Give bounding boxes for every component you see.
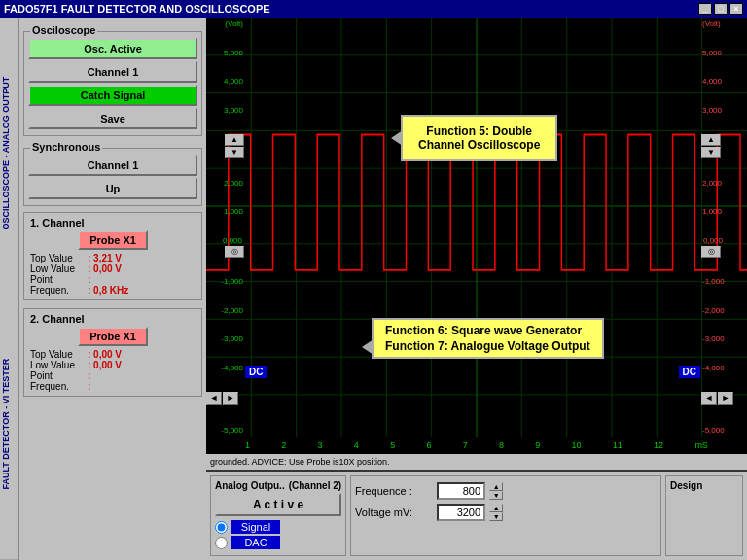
dc-label-right: DC: [679, 366, 700, 378]
freq-spinner[interactable]: ▲ ▼: [489, 482, 503, 500]
voltage-spinner[interactable]: ▲ ▼: [489, 504, 503, 521]
close-button[interactable]: ×: [729, 3, 743, 15]
title-bar: FADO57F1 FAULT DETECTOR AND OSCILLOSCOPE…: [0, 0, 747, 18]
synchronous-group: Synchronous Channel 1 Up: [23, 148, 202, 206]
x-3: 3: [318, 440, 323, 450]
channel2-freq-label: Frequen.: [30, 381, 84, 392]
x-unit: mS: [694, 440, 708, 450]
callout-voltage-text: Function 7: Analogue Voltage Output: [385, 339, 590, 353]
save-button[interactable]: Save: [28, 108, 197, 129]
x-7: 7: [463, 440, 468, 450]
channel1-point-row: Point :: [30, 274, 196, 285]
callout-oscilloscope-line1: Function 5: Double: [418, 124, 540, 138]
x-axis: 1 2 3 4 5 6 7 8 9 10 11 12 mS: [206, 437, 747, 454]
minimize-button[interactable]: _: [698, 3, 712, 15]
synchronous-group-title: Synchronous: [30, 141, 102, 153]
channel2-subtitle: (Channel 2): [289, 480, 341, 491]
freq-row: Frequence : ▲ ▼: [355, 482, 657, 500]
dac-radio[interactable]: [215, 537, 228, 549]
oscilloscope-group-title: Osciloscope: [30, 24, 97, 36]
channel1-low-label: Low Value: [30, 263, 84, 274]
info-bar: grounded. ADVICE: Use Probe is10X positi…: [206, 454, 747, 470]
maximize-button[interactable]: □: [714, 3, 728, 15]
channel2-top-row: Top Value : 0,00 V: [30, 349, 196, 360]
voltage-down-button[interactable]: ▼: [489, 512, 503, 521]
x-2: 2: [281, 440, 286, 450]
channel2-low-label: Low Value: [30, 360, 84, 370]
x-10: 10: [572, 440, 582, 450]
channel2-low-row: Low Value : 0,00 V: [30, 360, 196, 370]
channel1-freq-row: Frequen. : 0,8 KHz: [30, 285, 196, 296]
channel2-freq-value: :: [88, 381, 90, 392]
channel1-low-row: Low Value : 0,00 V: [30, 263, 196, 274]
callout-oscilloscope: Function 5: Double Channel Oscilloscope: [401, 115, 557, 161]
osc-canvas: (Volt) 5,000 4,000 3,000 ▲ ▼ 2,000 1,000…: [206, 18, 747, 437]
x-5: 5: [390, 440, 395, 450]
channel1-button[interactable]: Channel 1: [28, 61, 197, 83]
design-section: Design: [665, 475, 743, 556]
analog-output-title: Analog Outpu..: [215, 480, 285, 491]
x-axis-labels: 1 2 3 4 5 6 7 8 9 10 11 12 mS: [245, 440, 708, 450]
vertical-label-bottom: FAULT DETECTOR - VI TESTER: [0, 289, 18, 561]
waveform-svg: [206, 18, 747, 437]
channel1-freq-label: Frequen.: [30, 285, 84, 296]
channel2-title: 2. Channel: [30, 313, 196, 325]
dac-label: DAC: [231, 536, 280, 549]
catch-signal-button[interactable]: Catch Signal: [28, 85, 197, 106]
channel1-probe-button[interactable]: Probe X1: [78, 230, 148, 250]
channel2-top-label: Top Value: [30, 349, 84, 360]
dac-radio-row[interactable]: DAC: [215, 536, 341, 549]
voltage-label: Voltage mV:: [355, 507, 433, 518]
oscilloscope-display: (Volt) 5,000 4,000 3,000 ▲ ▼ 2,000 1,000…: [206, 18, 747, 560]
active-button[interactable]: A c t i v e: [215, 493, 341, 516]
channel2-top-value: : 0,00 V: [88, 349, 122, 360]
freq-label: Frequence :: [355, 485, 433, 497]
x-4: 4: [354, 440, 359, 450]
voltage-up-button[interactable]: ▲: [489, 504, 503, 512]
channel1-low-value: : 0,00 V: [88, 263, 122, 274]
freq-input[interactable]: [437, 482, 485, 500]
channel2-point-row: Point :: [30, 370, 196, 381]
voltage-row: Voltage mV: ▲ ▼: [355, 504, 657, 521]
channel1-top-value: : 3,21 V: [88, 253, 122, 263]
oscilloscope-group: Osciloscope Osc. Active Channel 1 Catch …: [23, 31, 202, 136]
window-controls[interactable]: _ □ ×: [698, 3, 743, 15]
sync-channel1-button[interactable]: Channel 1: [28, 155, 197, 176]
signal-label: Signal: [231, 520, 280, 534]
dc-label-left: DC: [245, 366, 267, 378]
channel1-freq-value: : 0,8 KHz: [88, 285, 128, 296]
info-bar-text: grounded. ADVICE: Use Probe is10X positi…: [210, 457, 390, 467]
x-11: 11: [613, 440, 622, 450]
design-title: Design: [670, 480, 738, 491]
callout-arrow: [391, 130, 403, 146]
channel1-point-value: :: [88, 274, 90, 285]
channel1-top-label: Top Value: [30, 253, 84, 263]
channel2-point-label: Point: [30, 370, 84, 381]
channel2-point-value: :: [88, 370, 90, 381]
channel1-point-label: Point: [30, 274, 84, 285]
window-title: FADO57F1 FAULT DETECTOR AND OSCILLOSCOPE: [4, 3, 270, 15]
callout-squarewave: Function 6: Square wave Generator Functi…: [372, 318, 604, 359]
osc-active-button[interactable]: Osc. Active: [28, 38, 197, 59]
analog-output-section: Analog Outpu.. (Channel 2) A c t i v e S…: [210, 475, 346, 556]
x-6: 6: [426, 440, 431, 450]
channel1-title: 1. Channel: [30, 217, 196, 228]
left-panel: Osciloscope Osc. Active Channel 1 Catch …: [19, 18, 206, 560]
callout-oscilloscope-line2: Channel Oscilloscope: [418, 138, 540, 152]
signal-radio[interactable]: [215, 521, 228, 534]
voltage-input[interactable]: [437, 504, 485, 521]
freq-voltage-section: Frequence : ▲ ▼ Voltage mV: ▲ ▼: [350, 475, 661, 556]
x-9: 9: [535, 440, 540, 450]
x-8: 8: [499, 440, 504, 450]
channel2-probe-button[interactable]: Probe X1: [78, 327, 148, 346]
sync-up-button[interactable]: Up: [28, 178, 197, 199]
signal-radio-row[interactable]: Signal: [215, 520, 341, 534]
freq-up-button[interactable]: ▲: [489, 482, 503, 491]
analog-output-header: Analog Outpu.. (Channel 2): [215, 480, 341, 491]
vertical-label-top: OSCILLOSCOPE - ANALOG OUTPUT: [0, 18, 18, 289]
freq-down-button[interactable]: ▼: [489, 491, 503, 500]
main-container: OSCILLOSCOPE - ANALOG OUTPUT FAULT DETEC…: [0, 18, 747, 560]
callout-squarewave-arrow: [362, 339, 374, 355]
channel2-freq-row: Frequen. :: [30, 381, 196, 392]
channel1-info: 1. Channel Probe X1 Top Value : 3,21 V L…: [23, 212, 202, 300]
